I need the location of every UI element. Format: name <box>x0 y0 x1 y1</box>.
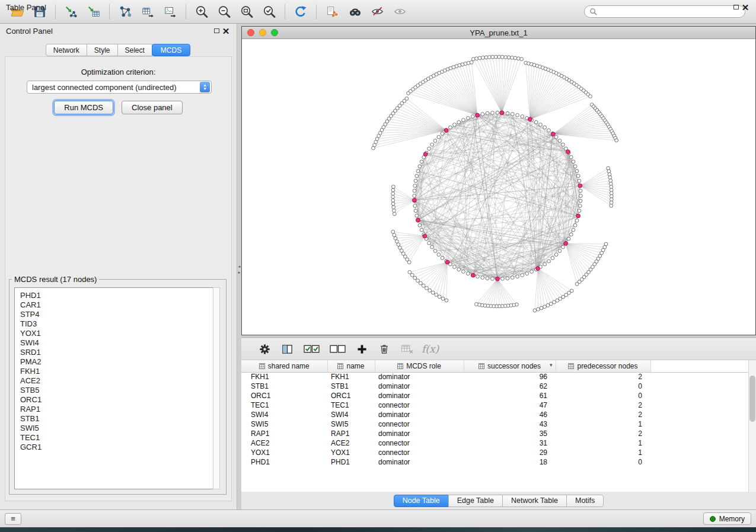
column-header-successor-nodes[interactable]: successor nodes ▾ <box>464 360 556 372</box>
mcds-result-item[interactable]: SWI5 <box>20 424 214 433</box>
close-table-panel-button[interactable]: ✕ <box>741 2 750 12</box>
table-cell[interactable]: FKH1 <box>241 372 327 382</box>
table-row[interactable]: ORC1ORC1dominator610 <box>241 391 756 400</box>
table-cell[interactable]: ACE2 <box>327 438 375 448</box>
table-row[interactable]: FKH1FKH1dominator962 <box>241 372 756 382</box>
table-cell[interactable]: TEC1 <box>327 400 375 410</box>
minimize-window-button[interactable] <box>259 29 266 36</box>
table-cell[interactable]: ORC1 <box>327 391 375 400</box>
sort-caret-icon[interactable]: ▾ <box>550 362 553 368</box>
tab-motifs[interactable]: Motifs <box>566 495 604 507</box>
tab-network-table[interactable]: Network Table <box>502 495 567 507</box>
mcds-result-item[interactable]: ORC1 <box>20 395 214 405</box>
create-column-button[interactable] <box>352 340 372 358</box>
table-cell[interactable]: 2 <box>556 400 650 410</box>
mcds-result-item[interactable]: STB5 <box>20 386 214 395</box>
mcds-result-item[interactable]: ACE2 <box>20 376 214 386</box>
table-cell[interactable]: dominator <box>375 457 464 467</box>
tab-network[interactable]: Network <box>46 44 87 56</box>
table-cell[interactable]: 0 <box>556 391 650 400</box>
mcds-result-item[interactable]: SRD1 <box>20 348 214 357</box>
table-cell[interactable]: 61 <box>464 391 556 400</box>
table-cell[interactable]: YOX1 <box>241 448 327 457</box>
import-table-disabled-button[interactable] <box>397 340 417 358</box>
mcds-result-item[interactable]: RAP1 <box>20 405 214 414</box>
table-cell[interactable]: dominator <box>375 391 464 400</box>
table-cell[interactable]: dominator <box>375 429 464 438</box>
mcds-result-list[interactable]: PHD1CAR1STP4TID3YOX1SWI4SRD1PMA2FKH1ACE2… <box>14 287 220 489</box>
table-cell[interactable]: FKH1 <box>327 372 375 382</box>
table-cell[interactable]: YOX1 <box>327 448 375 457</box>
collapse-left-icon[interactable]: ◂ <box>238 264 241 269</box>
table-cell[interactable]: 0 <box>556 382 650 391</box>
criterion-dropdown[interactable]: largest connected component (undirected)… <box>27 81 212 94</box>
table-row[interactable]: SWI5SWI5connector431 <box>241 419 756 429</box>
column-header-mcds-role[interactable]: MCDS role <box>375 360 464 372</box>
float-panel-button[interactable] <box>212 26 221 36</box>
table-row[interactable]: ACE2ACE2connector311 <box>241 438 756 448</box>
table-cell[interactable]: 35 <box>464 429 556 438</box>
table-cell[interactable]: 0 <box>556 457 650 467</box>
mcds-result-item[interactable]: STP4 <box>20 310 214 319</box>
tab-mcds[interactable]: MCDS <box>152 44 190 56</box>
show-columns-button[interactable] <box>277 340 297 358</box>
table-row[interactable]: TEC1TEC1connector472 <box>241 400 756 410</box>
table-cell[interactable]: SWI4 <box>241 410 327 419</box>
mcds-result-item[interactable]: SWI4 <box>20 338 214 348</box>
run-mcds-button[interactable]: Run MCDS <box>54 101 113 114</box>
mcds-result-item[interactable]: GCR1 <box>20 443 214 452</box>
table-cell[interactable]: ORC1 <box>241 391 327 400</box>
table-cell[interactable]: dominator <box>375 382 464 391</box>
table-cell[interactable]: 2 <box>556 429 650 438</box>
mcds-result-item[interactable]: TID3 <box>20 319 214 329</box>
table-cell[interactable]: 96 <box>464 372 556 382</box>
table-scrollbar[interactable] <box>748 360 756 492</box>
mcds-result-item[interactable]: YOX1 <box>20 329 214 338</box>
table-cell[interactable]: 46 <box>464 410 556 419</box>
panel-splitter[interactable]: ◂ ▸ <box>237 24 241 509</box>
status-menu-button[interactable]: ≡ <box>5 513 21 525</box>
table-row[interactable]: SWI4SWI4dominator462 <box>241 410 756 419</box>
function-builder-label[interactable]: f(x) <box>422 343 439 355</box>
table-cell[interactable]: SWI5 <box>327 419 375 429</box>
tab-style[interactable]: Style <box>87 44 118 56</box>
table-cell[interactable]: 2 <box>556 410 650 419</box>
mcds-result-item[interactable]: CAR1 <box>20 300 214 310</box>
table-cell[interactable]: 31 <box>464 438 556 448</box>
table-cell[interactable]: connector <box>375 400 464 410</box>
tab-edge-table[interactable]: Edge Table <box>448 495 503 507</box>
table-cell[interactable]: connector <box>375 419 464 429</box>
close-panel-button[interactable]: ✕ <box>221 26 231 36</box>
table-cell[interactable]: ACE2 <box>241 438 327 448</box>
table-cell[interactable]: STB1 <box>241 382 327 391</box>
table-cell[interactable]: dominator <box>375 372 464 382</box>
table-row[interactable]: PHD1PHD1dominator180 <box>241 457 756 467</box>
mcds-result-item[interactable]: TEC1 <box>20 433 214 443</box>
table-cell[interactable]: 1 <box>556 419 650 429</box>
network-canvas[interactable] <box>242 39 755 335</box>
table-cell[interactable]: RAP1 <box>327 429 375 438</box>
table-row[interactable]: YOX1YOX1connector291 <box>241 448 756 457</box>
table-cell[interactable]: RAP1 <box>241 429 327 438</box>
tab-node-table[interactable]: Node Table <box>394 495 449 507</box>
table-cell[interactable]: 1 <box>556 438 650 448</box>
table-cell[interactable]: dominator <box>375 410 464 419</box>
table-cell[interactable]: SWI4 <box>327 410 375 419</box>
table-cell[interactable]: PHD1 <box>241 457 327 467</box>
table-cell[interactable]: 43 <box>464 419 556 429</box>
select-all-button[interactable] <box>299 340 323 358</box>
table-cell[interactable]: STB1 <box>327 382 375 391</box>
column-header-name[interactable]: name <box>327 360 375 372</box>
network-window-titlebar[interactable]: YPA_prune.txt_1 <box>242 27 755 39</box>
close-panel-button-2[interactable]: Close panel <box>122 101 183 114</box>
table-cell[interactable]: 47 <box>464 400 556 410</box>
table-cell[interactable]: PHD1 <box>327 457 375 467</box>
table-row[interactable]: RAP1RAP1dominator352 <box>241 429 756 438</box>
splitter-collapse-buttons[interactable]: ◂ ▸ <box>237 264 241 275</box>
table-settings-button[interactable] <box>254 340 275 358</box>
column-header-predecessor-nodes[interactable]: predecessor nodes <box>556 360 650 372</box>
table-cell[interactable]: connector <box>375 448 464 457</box>
table-cell[interactable]: 2 <box>556 372 650 382</box>
table-cell[interactable]: 18 <box>464 457 556 467</box>
memory-button[interactable]: Memory <box>703 512 751 525</box>
